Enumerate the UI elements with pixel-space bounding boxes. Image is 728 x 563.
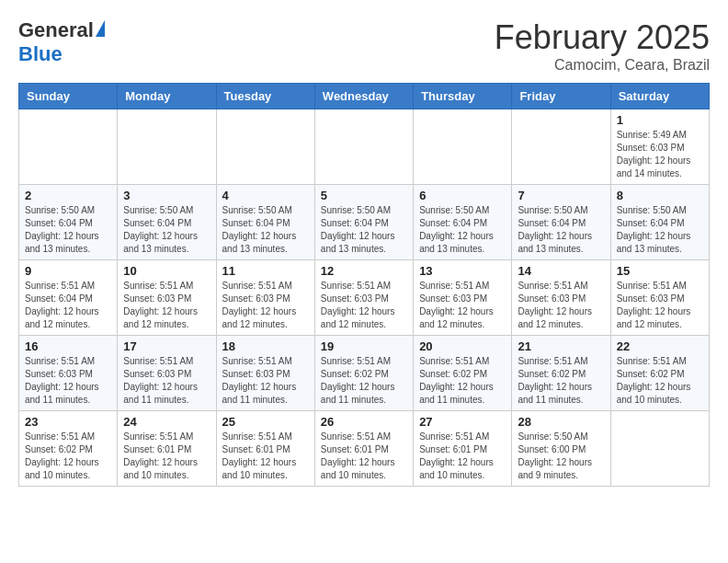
logo-blue-text: Blue [18,42,63,66]
calendar-table: SundayMondayTuesdayWednesdayThursdayFrid… [18,83,710,487]
calendar-cell [414,109,512,185]
day-number: 18 [222,339,309,353]
day-number: 28 [518,415,604,429]
day-number: 25 [222,415,309,429]
day-number: 14 [518,264,604,278]
calendar-cell [314,109,413,185]
calendar-cell: 21Sunrise: 5:51 AM Sunset: 6:02 PM Dayli… [512,336,610,411]
calendar-week-5: 23Sunrise: 5:51 AM Sunset: 6:02 PM Dayli… [19,411,710,487]
title-section: February 2025 Camocim, Ceara, Brazil [495,18,710,74]
logo-triangle-icon [96,20,105,37]
weekday-header-tuesday: Tuesday [216,84,314,109]
day-number: 2 [25,189,111,202]
day-number: 11 [222,264,309,278]
day-number: 5 [321,189,407,202]
day-info: Sunrise: 5:49 AM Sunset: 6:03 PM Dayligh… [617,129,703,180]
calendar-cell: 6Sunrise: 5:50 AM Sunset: 6:04 PM Daylig… [414,185,512,260]
weekday-header-row: SundayMondayTuesdayWednesdayThursdayFrid… [19,84,710,109]
day-info: Sunrise: 5:51 AM Sunset: 6:03 PM Dayligh… [222,355,309,407]
day-number: 24 [123,415,210,429]
day-number: 19 [321,339,407,353]
calendar-cell: 14Sunrise: 5:51 AM Sunset: 6:03 PM Dayli… [512,260,610,336]
weekday-header-thursday: Thursday [414,84,512,109]
day-info: Sunrise: 5:51 AM Sunset: 6:03 PM Dayligh… [617,280,703,331]
calendar-week-2: 2Sunrise: 5:50 AM Sunset: 6:04 PM Daylig… [19,185,710,260]
calendar-cell: 12Sunrise: 5:51 AM Sunset: 6:03 PM Dayli… [314,260,413,336]
calendar-cell: 15Sunrise: 5:51 AM Sunset: 6:03 PM Dayli… [610,260,709,336]
day-info: Sunrise: 5:51 AM Sunset: 6:02 PM Dayligh… [321,355,407,407]
day-number: 13 [419,264,506,278]
calendar-cell: 2Sunrise: 5:50 AM Sunset: 6:04 PM Daylig… [19,185,118,260]
calendar-body: 1Sunrise: 5:49 AM Sunset: 6:03 PM Daylig… [19,109,710,487]
weekday-header-sunday: Sunday [19,84,118,109]
day-info: Sunrise: 5:51 AM Sunset: 6:01 PM Dayligh… [321,431,407,482]
calendar-cell: 1Sunrise: 5:49 AM Sunset: 6:03 PM Daylig… [610,109,709,185]
day-number: 26 [321,415,407,429]
day-info: Sunrise: 5:51 AM Sunset: 6:03 PM Dayligh… [123,355,210,407]
weekday-header-monday: Monday [118,84,216,109]
calendar-cell: 8Sunrise: 5:50 AM Sunset: 6:04 PM Daylig… [610,185,709,260]
calendar-cell: 26Sunrise: 5:51 AM Sunset: 6:01 PM Dayli… [314,411,413,487]
day-info: Sunrise: 5:50 AM Sunset: 6:00 PM Dayligh… [518,431,604,482]
calendar-cell: 11Sunrise: 5:51 AM Sunset: 6:03 PM Dayli… [216,260,314,336]
calendar-cell: 20Sunrise: 5:51 AM Sunset: 6:02 PM Dayli… [414,336,512,411]
calendar-week-3: 9Sunrise: 5:51 AM Sunset: 6:04 PM Daylig… [19,260,710,336]
day-number: 4 [222,189,309,202]
day-info: Sunrise: 5:51 AM Sunset: 6:02 PM Dayligh… [617,355,703,407]
day-number: 12 [321,264,407,278]
day-info: Sunrise: 5:51 AM Sunset: 6:01 PM Dayligh… [123,431,210,482]
location: Camocim, Ceara, Brazil [495,57,710,74]
calendar-cell: 16Sunrise: 5:51 AM Sunset: 6:03 PM Dayli… [19,336,118,411]
calendar-cell [512,109,610,185]
day-info: Sunrise: 5:50 AM Sunset: 6:04 PM Dayligh… [518,204,604,256]
calendar-cell: 24Sunrise: 5:51 AM Sunset: 6:01 PM Dayli… [118,411,216,487]
logo: General Blue [18,18,105,66]
day-info: Sunrise: 5:50 AM Sunset: 6:04 PM Dayligh… [123,204,210,256]
calendar-cell: 9Sunrise: 5:51 AM Sunset: 6:04 PM Daylig… [19,260,118,336]
calendar-week-4: 16Sunrise: 5:51 AM Sunset: 6:03 PM Dayli… [19,336,710,411]
day-info: Sunrise: 5:51 AM Sunset: 6:01 PM Dayligh… [222,431,309,482]
day-info: Sunrise: 5:51 AM Sunset: 6:03 PM Dayligh… [518,280,604,331]
calendar-cell [118,109,216,185]
calendar-cell: 10Sunrise: 5:51 AM Sunset: 6:03 PM Dayli… [118,260,216,336]
day-number: 16 [25,339,111,353]
day-number: 1 [617,113,703,127]
day-info: Sunrise: 5:51 AM Sunset: 6:03 PM Dayligh… [222,280,309,331]
calendar-cell: 5Sunrise: 5:50 AM Sunset: 6:04 PM Daylig… [314,185,413,260]
weekday-header-friday: Friday [512,84,610,109]
day-info: Sunrise: 5:51 AM Sunset: 6:01 PM Dayligh… [419,431,506,482]
day-info: Sunrise: 5:51 AM Sunset: 6:03 PM Dayligh… [25,355,111,407]
day-info: Sunrise: 5:50 AM Sunset: 6:04 PM Dayligh… [419,204,506,256]
day-info: Sunrise: 5:51 AM Sunset: 6:02 PM Dayligh… [419,355,506,407]
calendar-cell [19,109,118,185]
weekday-header-wednesday: Wednesday [314,84,413,109]
calendar-header: SundayMondayTuesdayWednesdayThursdayFrid… [19,84,710,109]
day-number: 8 [617,189,703,202]
month-title: February 2025 [495,18,710,57]
day-number: 21 [518,339,604,353]
calendar-cell: 23Sunrise: 5:51 AM Sunset: 6:02 PM Dayli… [19,411,118,487]
day-info: Sunrise: 5:50 AM Sunset: 6:04 PM Dayligh… [222,204,309,256]
day-info: Sunrise: 5:50 AM Sunset: 6:04 PM Dayligh… [321,204,407,256]
day-info: Sunrise: 5:50 AM Sunset: 6:04 PM Dayligh… [617,204,703,256]
day-number: 7 [518,189,604,202]
day-info: Sunrise: 5:51 AM Sunset: 6:03 PM Dayligh… [123,280,210,331]
calendar-cell: 28Sunrise: 5:50 AM Sunset: 6:00 PM Dayli… [512,411,610,487]
day-number: 17 [123,339,210,353]
calendar-cell [216,109,314,185]
calendar-cell: 18Sunrise: 5:51 AM Sunset: 6:03 PM Dayli… [216,336,314,411]
day-number: 9 [25,264,111,278]
day-info: Sunrise: 5:51 AM Sunset: 6:03 PM Dayligh… [321,280,407,331]
calendar-week-1: 1Sunrise: 5:49 AM Sunset: 6:03 PM Daylig… [19,109,710,185]
calendar-cell [610,411,709,487]
calendar-cell: 27Sunrise: 5:51 AM Sunset: 6:01 PM Dayli… [414,411,512,487]
calendar-cell: 7Sunrise: 5:50 AM Sunset: 6:04 PM Daylig… [512,185,610,260]
day-info: Sunrise: 5:51 AM Sunset: 6:02 PM Dayligh… [518,355,604,407]
calendar-cell: 25Sunrise: 5:51 AM Sunset: 6:01 PM Dayli… [216,411,314,487]
day-number: 6 [419,189,506,202]
day-number: 22 [617,339,703,353]
calendar-cell: 13Sunrise: 5:51 AM Sunset: 6:03 PM Dayli… [414,260,512,336]
calendar-cell: 3Sunrise: 5:50 AM Sunset: 6:04 PM Daylig… [118,185,216,260]
calendar-cell: 19Sunrise: 5:51 AM Sunset: 6:02 PM Dayli… [314,336,413,411]
calendar-cell: 22Sunrise: 5:51 AM Sunset: 6:02 PM Dayli… [610,336,709,411]
